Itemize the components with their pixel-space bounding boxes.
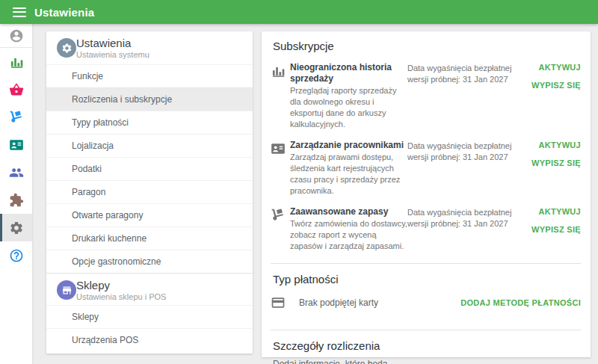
stores-group-subtitle: Ustawienia sklepu i POS	[76, 292, 166, 301]
menu-item-typy-platnosci[interactable]: Typy płatności	[46, 111, 253, 134]
billing-subscriptions-panel: Subskrypcje Nieograniczona historia sprz…	[262, 31, 591, 357]
subscription-row: Zaawansowane zapasy Twórz zamówienia do …	[271, 206, 581, 252]
bar-chart-icon	[271, 62, 290, 130]
settings-gear-icon	[9, 220, 24, 235]
menu-item-rozliczenia[interactable]: Rozliczenia i subskrypcje	[46, 87, 253, 111]
subscriptions-title: Subskrypcje	[273, 40, 581, 52]
menu-item-opcje-gastronomiczne[interactable]: Opcje gastronomiczne	[46, 250, 253, 273]
billing-details-section: Szczegóły rozliczenia Dodaj informacje, …	[262, 330, 591, 364]
reports-chart-icon	[9, 55, 24, 70]
page-title: Ustawienia	[34, 6, 94, 19]
add-payment-method-link[interactable]: DODAJ METODĘ PŁATNOŚCI	[460, 298, 581, 307]
billing-details-description: Dodaj informacje, które będą wyświetlane…	[273, 358, 422, 364]
trial-expiry-text: Data wygaśnięcia bezpłatnej wersji próbn…	[407, 140, 512, 197]
customers-people-icon	[9, 165, 24, 180]
menu-item-urzadzenia-pos[interactable]: Urządzenia POS	[46, 328, 253, 351]
integrations-puzzle-icon	[9, 193, 24, 208]
menu-item-funkcje[interactable]: Funkcje	[46, 64, 253, 87]
rail-item-items[interactable]	[0, 75, 32, 103]
rail-item-settings[interactable]	[0, 214, 32, 241]
menu-item-sklepy[interactable]: Sklepy	[46, 305, 253, 328]
rail-item-help[interactable]	[0, 241, 32, 269]
unsubscribe-link[interactable]: WYPISZ SIĘ	[531, 225, 581, 234]
credit-card-icon	[271, 295, 286, 310]
items-basket-icon	[9, 82, 24, 97]
unsubscribe-link[interactable]: WYPISZ SIĘ	[531, 158, 581, 167]
menu-item-drukarki-kuchenne[interactable]: Drukarki kuchenne	[46, 226, 253, 250]
activate-link[interactable]: AKTYWUJ	[539, 141, 582, 149]
rail-item-employees[interactable]	[0, 131, 32, 158]
help-icon	[9, 248, 24, 263]
no-card-status: Brak podpiętej karty	[299, 297, 460, 308]
menu-item-podatki[interactable]: Podatki	[46, 157, 253, 180]
stores-badge	[57, 280, 76, 300]
rail-item-reports[interactable]	[0, 48, 32, 75]
subscriptions-section: Subskrypcje Nieograniczona historia sprz…	[262, 31, 591, 264]
subscription-row: Nieograniczona historia sprzedaży Przegl…	[271, 62, 581, 130]
subscription-description: Zarządzaj prawami dostępu, śledzenia kar…	[290, 152, 407, 197]
inventory-handtruck-icon	[9, 110, 24, 125]
rail-item-account[interactable]	[0, 24, 32, 48]
settings-screen: Ustawienia	[0, 0, 598, 364]
billing-details-title: Szczegóły rozliczenia	[273, 339, 581, 352]
trial-expiry-text: Data wygaśnięcia bezpłatnej wersji próbn…	[407, 206, 512, 252]
menu-item-otwarte-paragony[interactable]: Otwarte paragony	[46, 203, 253, 226]
settings-menu-panel: Ustawienia Ustawienia systemu Funkcje Ro…	[46, 31, 253, 354]
employees-idcard-icon	[9, 138, 24, 152]
subscription-title: Nieograniczona historia sprzedaży	[290, 62, 407, 84]
stores-group-title: Sklepy	[76, 279, 110, 291]
subscription-title: Zarządzanie pracownikami	[290, 140, 407, 151]
app-bar: Ustawienia	[0, 0, 598, 24]
account-icon	[9, 28, 24, 43]
rail-item-integrations[interactable]	[0, 186, 32, 214]
payment-type-title: Typ płatności	[273, 273, 581, 286]
settings-group-title: Ustawienia	[76, 37, 131, 49]
subscription-description: Twórz zamówienia do dostawcy, zobacz rap…	[290, 218, 407, 252]
gear-icon	[61, 43, 73, 54]
stores-group-header: Sklepy Ustawienia sklepu i POS	[46, 273, 253, 305]
subscription-row: Zarządzanie pracownikami Zarządzaj prawa…	[271, 140, 581, 197]
store-icon	[61, 285, 73, 296]
menu-item-lojalizacja[interactable]: Lojalizacja	[46, 134, 253, 157]
hand-truck-icon	[271, 206, 290, 252]
hamburger-menu-icon[interactable]	[13, 7, 26, 17]
subscription-description: Przeglądaj raporty sprzedaży dla dowolne…	[290, 85, 407, 130]
id-card-icon	[271, 140, 290, 197]
activate-link[interactable]: AKTYWUJ	[539, 207, 582, 216]
menu-item-paragon[interactable]: Paragon	[46, 180, 253, 203]
payment-type-section: Typ płatności Brak podpiętej karty DODAJ…	[262, 264, 591, 330]
activate-link[interactable]: AKTYWUJ	[539, 63, 582, 72]
rail-item-customers[interactable]	[0, 158, 32, 186]
settings-group-header: Ustawienia Ustawienia systemu	[46, 31, 253, 64]
icon-rail	[0, 24, 32, 364]
unsubscribe-link[interactable]: WYPISZ SIĘ	[531, 81, 581, 90]
subscription-title: Zaawansowane zapasy	[290, 206, 407, 218]
trial-expiry-text: Data wygaśnięcia bezpłatnej wersji próbn…	[407, 62, 512, 130]
settings-group-subtitle: Ustawienia systemu	[76, 50, 150, 59]
rail-item-inventory[interactable]	[0, 103, 32, 131]
settings-gear-badge	[57, 38, 76, 58]
